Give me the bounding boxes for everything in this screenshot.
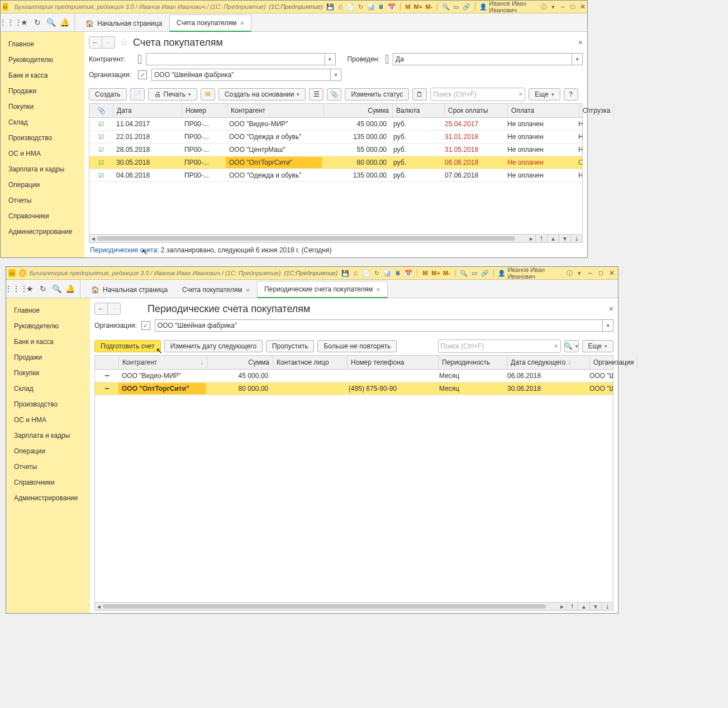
sidebar-item[interactable]: Производство bbox=[6, 396, 90, 412]
sidebar-item[interactable]: Администрирование bbox=[6, 490, 90, 506]
favorite-icon[interactable]: ★ bbox=[24, 283, 35, 294]
info-icon[interactable]: ⓘ bbox=[566, 269, 573, 277]
clear-icon[interactable]: × bbox=[554, 342, 558, 350]
no-repeat-button[interactable]: Больше не повторять bbox=[317, 340, 397, 352]
page-close-icon[interactable]: × bbox=[578, 38, 583, 47]
calendar-icon[interactable]: 📅 bbox=[388, 3, 396, 11]
refresh-icon[interactable]: ↻ bbox=[358, 3, 364, 11]
apps-icon[interactable]: ⋮⋮⋮ bbox=[11, 283, 22, 294]
col-contragent[interactable]: Контрагент ↓ bbox=[119, 356, 207, 369]
windows-icon[interactable]: ▭ bbox=[453, 3, 459, 11]
filter-org-checkbox[interactable]: ✓ bbox=[138, 70, 147, 79]
sidebar-item[interactable]: Отчеты bbox=[1, 193, 84, 208]
search-button[interactable]: 🔍 ▾ bbox=[564, 340, 579, 352]
bell-icon[interactable]: 🔔 bbox=[59, 17, 70, 28]
col-number[interactable]: Номер bbox=[182, 104, 227, 117]
sidebar-item[interactable]: Склад bbox=[6, 381, 90, 396]
minimize-button[interactable]: – bbox=[586, 269, 594, 277]
periodic-invoices-link[interactable]: Периодические счета bbox=[90, 246, 157, 254]
goto-down-icon[interactable]: ▼ bbox=[559, 235, 570, 242]
col-next-date[interactable]: Дата следующего ↓ bbox=[507, 356, 590, 369]
memory-mplus-icon[interactable]: M+ bbox=[414, 3, 422, 11]
create-button[interactable]: Создать bbox=[89, 88, 127, 101]
sidebar-item[interactable]: Главное bbox=[6, 303, 90, 318]
filter-org-checkbox[interactable]: ✓ bbox=[141, 321, 150, 330]
memory-mminus-icon[interactable]: M- bbox=[443, 269, 450, 277]
page-close-icon[interactable]: × bbox=[609, 304, 613, 313]
sidebar-item[interactable]: ОС и НМА bbox=[1, 146, 84, 161]
table-row[interactable]: ☑30.05.2018ПР00-...ООО "ОптТоргСити"80 0… bbox=[89, 156, 582, 169]
doc-icon[interactable]: 📄 bbox=[346, 3, 354, 11]
more-button[interactable]: Еще ▾ bbox=[582, 340, 613, 352]
close-button[interactable]: ✕ bbox=[608, 269, 616, 277]
tab-home[interactable]: 🏠 Начальная страница bbox=[78, 15, 169, 31]
apps-icon[interactable]: ⋮⋮⋮ bbox=[5, 17, 16, 28]
chart-icon[interactable]: 📊 bbox=[367, 3, 375, 11]
sidebar-item[interactable]: Покупки bbox=[1, 99, 84, 114]
filter-contragent-checkbox[interactable] bbox=[138, 55, 141, 64]
sidebar-item[interactable]: Зарплата и кадры bbox=[6, 428, 90, 443]
memory-mplus-icon[interactable]: M+ bbox=[432, 269, 440, 277]
skip-button[interactable]: Пропустить bbox=[266, 340, 314, 352]
attach-button[interactable]: 📎 bbox=[327, 88, 341, 101]
current-user[interactable]: 👤 Иванов Иван Иванович bbox=[479, 0, 537, 13]
table-row[interactable]: ☑28.05.2018ПР00-...ООО "ЦентрМаш"55 000,… bbox=[89, 143, 582, 156]
col-date[interactable]: Дата bbox=[113, 104, 182, 117]
chevron-down-icon[interactable]: ▾ bbox=[330, 69, 341, 80]
goto-up-icon[interactable]: ▲ bbox=[578, 602, 589, 610]
zoom-icon[interactable]: 🔍 bbox=[460, 269, 468, 277]
chart-icon[interactable]: 📊 bbox=[383, 269, 391, 277]
col-period[interactable]: Периодичность bbox=[439, 356, 507, 369]
history-icon[interactable]: ↻ bbox=[37, 283, 49, 294]
table-row[interactable]: ☑22.01.2018ПР00-...ООО "Одежда и обувь"1… bbox=[89, 131, 582, 143]
current-user[interactable]: 👤 Иванов Иван Иванович bbox=[498, 266, 563, 280]
sidebar-item[interactable]: Справочники bbox=[6, 475, 90, 490]
star-icon[interactable]: ☆ bbox=[120, 36, 129, 49]
col-payment[interactable]: Оплата bbox=[508, 104, 579, 117]
memory-mminus-icon[interactable]: M- bbox=[425, 3, 432, 11]
search-icon[interactable]: 🔍 bbox=[45, 17, 56, 28]
col-phone[interactable]: Номер телефона bbox=[348, 356, 439, 369]
sidebar-item[interactable]: Банк и касса bbox=[1, 68, 84, 83]
table-row[interactable]: ━ООО "ОптТоргСити"80 000,00(495) 675-90-… bbox=[95, 382, 613, 395]
goto-last-icon[interactable]: ⤓ bbox=[570, 235, 582, 242]
link-icon[interactable]: 🔗 bbox=[481, 269, 489, 277]
favorite-icon[interactable]: ★ bbox=[18, 17, 30, 28]
col-contact[interactable]: Контактное лицо bbox=[273, 356, 348, 369]
print-icon[interactable]: ⎙ bbox=[337, 3, 344, 11]
link-icon[interactable]: 🔗 bbox=[463, 3, 470, 11]
sidebar-item[interactable]: Продажи bbox=[1, 83, 84, 99]
report-button[interactable]: 🗒 bbox=[412, 88, 427, 101]
calendar-icon[interactable]: 📅 bbox=[405, 269, 412, 277]
sidebar-item[interactable]: Банк и касса bbox=[6, 334, 90, 350]
maximize-button[interactable]: □ bbox=[597, 269, 605, 277]
bell-icon[interactable]: 🔔 bbox=[64, 283, 75, 294]
table-row[interactable]: ☑04.06.2018ПР00-...ООО "Одежда и обувь"1… bbox=[89, 169, 582, 182]
h-scrollbar[interactable]: ◄ ► ⤒ ▲ ▼ ⤓ bbox=[95, 602, 613, 610]
tab-invoices[interactable]: Счета покупателям × bbox=[175, 281, 257, 298]
tab-periodic[interactable]: Периодические счета покупателям × bbox=[257, 281, 388, 298]
col-paydue[interactable]: Срок оплаты bbox=[445, 104, 508, 117]
search-icon[interactable]: 🔍 bbox=[51, 283, 62, 294]
help-button[interactable]: ? bbox=[564, 88, 578, 101]
calc-icon[interactable]: 🖩 bbox=[378, 3, 384, 11]
goto-up-icon[interactable]: ▲ bbox=[547, 235, 559, 242]
email-button[interactable]: ✉ bbox=[201, 88, 215, 101]
maximize-button[interactable]: □ bbox=[569, 3, 576, 11]
sidebar-item[interactable]: Руководителю bbox=[6, 318, 90, 334]
sidebar-item[interactable]: Зарплата и кадры bbox=[1, 161, 84, 177]
sidebar-item[interactable]: Руководителю bbox=[1, 52, 84, 68]
col-attachment[interactable]: 📎 bbox=[89, 104, 113, 117]
scroll-left-icon[interactable]: ◄ bbox=[95, 602, 103, 610]
col-sum[interactable]: Сумма bbox=[324, 104, 393, 117]
nav-back-button[interactable]: ← bbox=[89, 36, 102, 49]
col-org[interactable]: Организация bbox=[590, 356, 637, 369]
change-status-button[interactable]: Изменить статус bbox=[345, 88, 409, 101]
refresh-icon[interactable]: ↻ bbox=[374, 269, 380, 277]
table-row[interactable]: ☑11.04.2017ПР00-...ООО "Видео-МИР"45 000… bbox=[89, 118, 582, 131]
sidebar-item[interactable]: Главное bbox=[1, 36, 84, 52]
col-sum[interactable]: Сумма bbox=[207, 356, 273, 369]
sidebar-item[interactable]: Операции bbox=[6, 443, 90, 459]
col-shipping[interactable]: Отгрузка bbox=[579, 104, 614, 117]
minimize-button[interactable]: – bbox=[559, 3, 566, 11]
